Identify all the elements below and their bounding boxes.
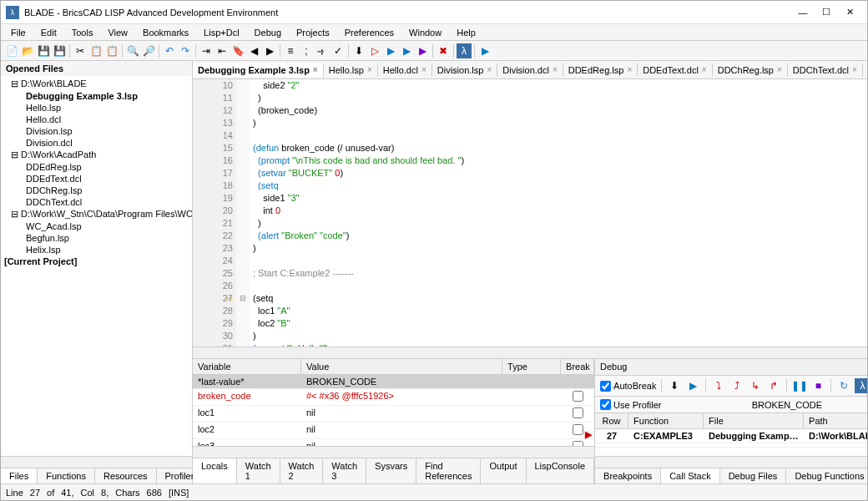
left-tab-files[interactable]: Files [1,468,38,483]
vars-scrollbar[interactable] [193,446,594,458]
close-tab-icon[interactable]: × [627,65,632,74]
bottom-tab-watch-1[interactable]: Watch 1 [237,458,280,483]
editor-tab[interactable]: Division.lsp× [432,63,497,77]
bottom-tab-output[interactable]: Output [481,458,526,483]
debug-stop-icon[interactable]: ■ [810,378,825,393]
menu-tools[interactable]: Tools [65,26,100,39]
load-icon[interactable]: ⬇ [351,43,366,58]
editor-tab[interactable]: DDChText.dcl× [788,63,863,77]
tree-item[interactable]: Debugging Example 3.lsp [1,90,192,102]
col-break[interactable]: Break [561,359,594,374]
continue-icon[interactable]: ▶ [415,43,430,58]
col-file[interactable]: File [704,413,804,428]
close-tab-icon[interactable]: × [777,65,782,74]
close-tab-icon[interactable]: × [421,65,426,74]
col-path[interactable]: Path [804,413,867,428]
tree-item[interactable]: [Current Project] [1,256,192,267]
menu-view[interactable]: View [101,26,134,39]
col-type[interactable]: Type [502,359,561,374]
callstack-body[interactable]: ▶27C:EXAMPLE3Debugging Example ...D:\Wor… [595,429,867,456]
debug-load-icon[interactable]: ⬇ [667,378,682,393]
debug-tab-breakpoints[interactable]: Breakpoints [595,468,661,483]
find-icon[interactable]: 🔍 [125,43,140,58]
menu-window[interactable]: Window [402,26,448,39]
menu-bookmarks[interactable]: Bookmarks [136,26,195,39]
tree-item[interactable]: ⊟ D:\Work\BLADE [1,78,192,90]
debug-continue-icon[interactable]: ▶ [685,378,700,393]
tree-item[interactable]: WC_Acad.lsp [1,220,192,232]
paste-icon[interactable]: 📋 [104,43,119,58]
break-checkbox[interactable] [573,424,583,435]
close-tab-icon[interactable]: × [487,65,492,74]
editor-tab[interactable]: Hello.lsp× [324,63,378,77]
close-tab-icon[interactable]: × [367,65,372,74]
editor-tab[interactable]: DDChReg.lsp× [713,63,788,77]
tree-item[interactable]: Begfun.lsp [1,232,192,244]
step-into-icon[interactable]: ▶ [383,43,398,58]
tree-item[interactable]: Hello.dcl [1,114,192,125]
lambda-icon[interactable]: λ [457,43,472,58]
bottom-tab-locals[interactable]: Locals [193,458,237,483]
maximize-button[interactable]: ☐ [820,7,832,18]
editor-tab[interactable]: Hello.dcl× [378,63,432,77]
col-row[interactable]: Row [595,413,628,428]
left-tab-resources[interactable]: Resources [95,468,157,483]
stack-row[interactable] [595,443,867,448]
outdent-icon[interactable]: ⇤ [214,43,230,58]
tree-item[interactable]: Hello.lsp [1,102,192,114]
editor-tab[interactable]: Debugging Example 3.lsp× [193,63,324,77]
redo-icon[interactable]: ↷ [178,43,193,58]
col-function[interactable]: Function [628,413,704,428]
break-checkbox[interactable] [573,407,583,418]
save-all-icon[interactable]: 💾 [52,43,67,58]
bottom-tab-find-references[interactable]: Find References [416,458,481,483]
comment-icon[interactable]: ; [299,43,314,58]
save-icon[interactable]: 💾 [36,43,51,58]
close-button[interactable]: ✕ [844,7,855,18]
undo-icon[interactable]: ↶ [162,43,177,58]
indent-icon[interactable]: ⇥ [199,43,214,58]
step-prev-icon[interactable]: ↱ [766,378,781,393]
break-checkbox[interactable] [573,391,583,402]
prev-bookmark-icon[interactable]: ◀ [246,43,261,58]
tree-item[interactable]: DDChReg.lsp [1,185,192,196]
debug-run-icon[interactable]: ▶ [477,43,492,58]
col-value[interactable]: Value [301,359,502,374]
close-tab-icon[interactable]: × [313,65,318,74]
tree-item[interactable]: DDChText.dcl [1,196,192,208]
variable-row[interactable]: broken_code#< #x36 @fffc51926> [193,389,594,406]
variable-row[interactable]: loc3nil [193,439,594,446]
close-tab-icon[interactable]: × [553,65,558,74]
check-icon[interactable]: ✓ [331,43,346,58]
debug-tab-debug-functions[interactable]: Debug Functions [786,468,867,483]
variables-body[interactable]: *last-value*BROKEN_CODEbroken_code#< #x3… [193,375,594,446]
code-editor[interactable]: 101112131415161718192021222324252627➪282… [193,79,867,347]
file-tree[interactable]: ⊟ D:\Work\BLADEDebugging Example 3.lspHe… [1,76,192,456]
left-tab-functions[interactable]: Functions [38,468,95,483]
useprofiler-checkbox[interactable]: Use Profiler [600,399,661,410]
stop-icon[interactable]: ✖ [436,43,451,58]
menu-file[interactable]: File [4,26,33,39]
copy-icon[interactable]: 📋 [88,43,103,58]
close-tab-icon[interactable]: × [702,65,707,74]
left-scrollbar[interactable] [1,456,192,468]
open-file-icon[interactable]: 📂 [20,43,35,58]
cut-icon[interactable]: ✂ [73,43,88,58]
tree-item[interactable]: Division.lsp [1,125,192,137]
menu-edit[interactable]: Edit [34,26,63,39]
fold-gutter[interactable]: ⊟ [236,79,250,347]
menu-preferences[interactable]: Preferences [338,26,401,39]
tree-item[interactable]: Helix.lsp [1,244,192,256]
find-next-icon[interactable]: 🔎 [141,43,156,58]
step-in-icon[interactable]: ⤵ [711,378,726,393]
tree-item[interactable]: Division.dcl [1,137,192,149]
variable-row[interactable]: loc1nil [193,406,594,423]
menu-debug[interactable]: Debug [248,26,288,39]
menu-projects[interactable]: Projects [290,26,336,39]
step-over-icon[interactable]: ▶ [399,43,414,58]
editor-scrollbar[interactable] [193,347,867,358]
debug-tab-call-stack[interactable]: Call Stack [661,468,720,483]
uncomment-icon[interactable]: ;̶ [315,43,330,58]
col-variable[interactable]: Variable [193,359,301,374]
tree-item[interactable]: DDEdReg.lsp [1,161,192,173]
